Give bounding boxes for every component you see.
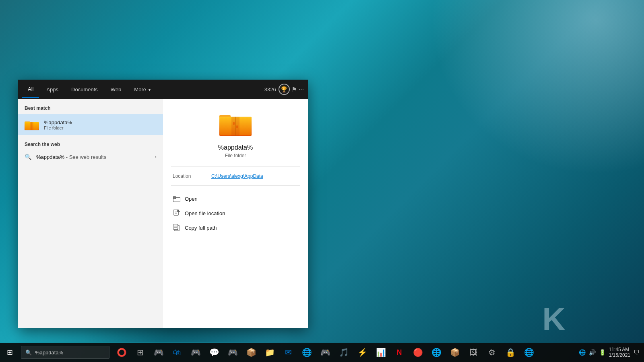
preview-name: %appdata% [218,144,253,151]
taskbar-app-office[interactable]: 📊 [372,343,390,361]
score-value: 3326 [264,86,276,93]
result-name: %appdata% [44,119,72,125]
taskbar-search-box[interactable]: 🔍 %appdata% [21,346,109,359]
taskbar-app-mail[interactable]: ✉ [279,343,297,361]
tab-bar: All Apps Documents Web More ▾ 3326 🏆 ⚑ ·… [18,80,308,99]
best-match-label: Best match [18,105,163,114]
open-icon [173,195,181,203]
svg-rect-13 [236,125,238,128]
taskbar-app-taskview[interactable]: ⊞ [131,343,149,361]
tray-battery-icon[interactable]: 🔋 [599,349,606,356]
tray-volume-icon[interactable]: 🔊 [589,349,596,356]
taskbar-search-icon: 🔍 [25,350,32,356]
taskbar-app-steam[interactable]: 🎮 [187,343,204,361]
svg-rect-20 [173,224,178,230]
taskbar-app-lock[interactable]: 🔒 [502,343,519,361]
taskbar-app-gallery[interactable]: 🖼 [464,343,482,361]
tray-clock: 11:45 AM1/15/2021 [609,347,630,358]
windows-logo-icon: ⊞ [7,348,13,357]
start-menu-panel: All Apps Documents Web More ▾ 3326 🏆 ⚑ ·… [18,80,308,328]
tray-notification-icon[interactable]: 🗨 [634,349,639,356]
action-list: Open Open file location [171,194,300,232]
open-label: Open [185,196,198,202]
location-value[interactable]: C:\Users\alexg\AppData [211,173,263,179]
divider-2 [171,185,300,186]
web-chevron-icon: › [155,154,157,160]
web-search-label: Search the web [18,142,163,150]
taskbar-app-epic2[interactable]: 🎮 [316,343,334,361]
right-panel: %appdata% File folder Location C:\Users\… [163,99,308,328]
start-button[interactable]: ⊞ [0,343,19,362]
tab-apps[interactable]: Apps [41,82,64,97]
open-folder-icon [173,195,180,202]
result-info: %appdata% File folder [44,119,72,130]
action-open-file-location[interactable]: Open file location [171,208,300,218]
action-copy-full-path[interactable]: Copy full path [171,223,300,232]
main-content: Best match [18,99,308,328]
see-web-text: - See web results [66,154,106,160]
desktop: K All Apps Documents Web More ▾ 3326 🏆 ⚑… [0,0,644,362]
folder-svg-small [25,119,39,130]
preview-type: File folder [225,153,246,158]
taskbar-tray: 🌐 🔊 🔋 11:45 AM1/15/2021 🗨 [574,347,644,358]
result-folder-icon [25,117,39,132]
taskbar-app-reaper[interactable]: ⚡ [353,343,371,361]
result-type: File folder [44,125,72,130]
copy-full-path-icon [173,224,181,232]
tab-all[interactable]: All [22,81,39,98]
taskbar-app-app2[interactable]: 🔴 [409,343,427,361]
web-query: %appdata% [36,154,64,160]
taskbar-app-browser[interactable]: 🌐 [427,343,445,361]
location-row: Location C:\Users\alexg\AppData [171,173,300,179]
taskbar-app-cortana[interactable]: ⭕ [113,343,130,361]
taskbar-app-files[interactable]: 📁 [261,343,279,361]
taskbar-app-pkg[interactable]: 📦 [242,343,260,361]
preview-folder-icon [219,111,252,139]
location-label: Location [173,173,205,179]
tab-more[interactable]: More ▾ [128,82,156,97]
taskbar-app-epicgames[interactable]: 🎮 [224,343,242,361]
trophy-icon: 🏆 [279,84,290,95]
open-file-location-label: Open file location [185,210,225,216]
svg-rect-14 [173,197,180,202]
best-match-item[interactable]: %appdata% File folder [18,114,163,135]
tab-web[interactable]: Web [105,82,127,97]
taskbar-app-xbox[interactable]: 🎮 [150,343,167,361]
taskbar-app-discord[interactable]: 💬 [205,343,223,361]
web-result-item[interactable]: 🔍 %appdata% - See web results › [18,150,163,163]
taskbar-app-green[interactable]: 📦 [446,343,464,361]
taskbar-app-spotify[interactable]: 🎵 [335,343,353,361]
left-panel: Best match [18,99,163,328]
svg-rect-12 [233,122,235,125]
divider-1 [171,167,300,167]
ellipsis-icon[interactable]: ··· [299,86,304,93]
taskbar-app-netflix[interactable]: N [390,343,408,361]
search-icon-sm: 🔍 [25,154,31,160]
taskbar-search-text: %appdata% [35,350,63,356]
file-location-icon [173,210,180,217]
taskbar-app-globe[interactable]: 🌐 [520,343,538,361]
tab-documents[interactable]: Documents [66,82,103,97]
taskbar-app-store[interactable]: 🛍 [168,343,186,361]
action-open[interactable]: Open [171,194,300,204]
more-arrow-icon: ▾ [149,88,151,92]
copy-path-icon [173,224,180,231]
open-file-location-icon [173,209,181,217]
copy-full-path-label: Copy full path [185,225,217,231]
folder-svg-big [219,111,252,137]
web-section: Search the web 🔍 %appdata% - See web res… [18,142,163,163]
score-badge: 3326 🏆 [264,84,290,95]
bg-light-overlay [402,0,644,201]
taskbar: ⊞ 🔍 %appdata% ⭕ ⊞ 🎮 🛍 🎮 💬 🎮 📦 📁 ✉ 🌐 🎮 🎵 … [0,343,644,362]
taskbar-app-chrome[interactable]: 🌐 [298,343,316,361]
taskbar-app-settings[interactable]: ⚙ [483,343,501,361]
web-search-text: %appdata% - See web results [36,154,150,160]
watermark-logo: K [542,301,564,338]
taskbar-apps: ⭕ ⊞ 🎮 🛍 🎮 💬 🎮 📦 📁 ✉ 🌐 🎮 🎵 ⚡ 📊 N 🔴 🌐 📦 🖼 … [113,343,538,361]
tray-network-icon[interactable]: 🌐 [579,349,586,356]
flag-icon[interactable]: ⚑ [291,86,297,93]
